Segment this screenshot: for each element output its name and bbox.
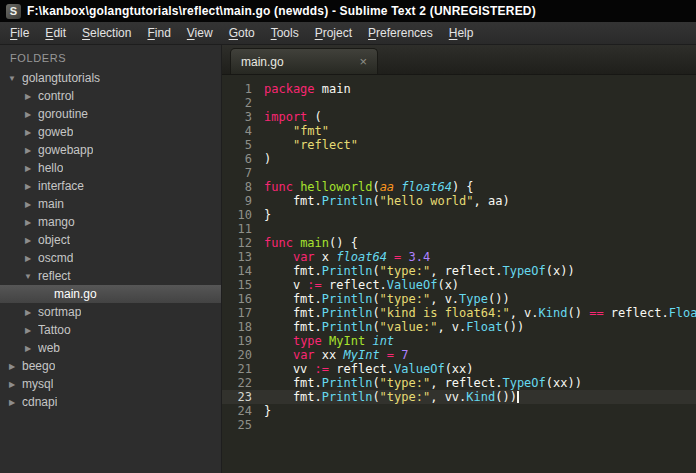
code-line-13[interactable]: 13 var x float64 = 3.4: [222, 250, 696, 264]
sidebar-folder-mango[interactable]: ▶mango: [0, 213, 221, 231]
code-line-23[interactable]: 23 fmt.Println("type:", vv.Kind()): [222, 390, 696, 404]
window-title: F:\kanbox\golangtutorials\reflect\main.g…: [27, 4, 536, 18]
tab-main-go[interactable]: main.go ×: [230, 48, 378, 74]
code-text: fmt.Println("type:", vv.Kind()): [264, 390, 519, 404]
tree-item-label: reflect: [38, 269, 71, 283]
code-line-20[interactable]: 20 var xx MyInt = 7: [222, 348, 696, 362]
code-area[interactable]: 1package main23import (4 "fmt"5 "reflect…: [222, 75, 696, 473]
code-line-9[interactable]: 9 fmt.Println("hello world", aa): [222, 194, 696, 208]
text-cursor: [517, 391, 519, 403]
sidebar-folder-golangtutorials[interactable]: ▼golangtutorials: [0, 69, 221, 87]
chevron-right-icon[interactable]: ▶: [22, 182, 34, 191]
chevron-right-icon[interactable]: ▶: [22, 164, 34, 173]
line-number: 17: [222, 306, 264, 320]
sidebar-folder-tattoo[interactable]: ▶Tattoo: [0, 321, 221, 339]
code-line-10[interactable]: 10}: [222, 208, 696, 222]
sidebar-folder-web[interactable]: ▶web: [0, 339, 221, 357]
chevron-right-icon[interactable]: ▶: [22, 110, 34, 119]
code-line-18[interactable]: 18 fmt.Println("value:", v.Float()): [222, 320, 696, 334]
code-line-24[interactable]: 24}: [222, 404, 696, 418]
menu-item-help[interactable]: Help: [441, 23, 482, 43]
sidebar-folder-goweb[interactable]: ▶goweb: [0, 123, 221, 141]
line-number: 25: [222, 418, 264, 432]
code-text: fmt.Println("type:", v.Type()): [264, 292, 510, 306]
chevron-right-icon[interactable]: ▶: [6, 362, 18, 371]
close-icon[interactable]: ×: [359, 55, 367, 68]
code-line-25[interactable]: 25: [222, 418, 696, 432]
code-line-16[interactable]: 16 fmt.Println("type:", v.Type()): [222, 292, 696, 306]
sidebar-folder-control[interactable]: ▶control: [0, 87, 221, 105]
sidebar-folder-oscmd[interactable]: ▶oscmd: [0, 249, 221, 267]
chevron-right-icon[interactable]: ▶: [6, 380, 18, 389]
chevron-right-icon[interactable]: ▶: [22, 128, 34, 137]
code-line-22[interactable]: 22 fmt.Println("type:", reflect.TypeOf(x…: [222, 376, 696, 390]
code-line-1[interactable]: 1package main: [222, 82, 696, 96]
menu-item-selection[interactable]: Selection: [74, 23, 139, 43]
code-line-2[interactable]: 2: [222, 96, 696, 110]
chevron-down-icon[interactable]: ▼: [6, 74, 18, 83]
sidebar-folder-hello[interactable]: ▶hello: [0, 159, 221, 177]
editor-column: main.go × 1package main23import (4 "fmt"…: [222, 45, 696, 473]
sidebar-folder-cdnapi[interactable]: ▶cdnapi: [0, 393, 221, 411]
sidebar: FOLDERS ▼golangtutorials▶control▶gorouti…: [0, 45, 222, 473]
chevron-right-icon[interactable]: ▶: [22, 308, 34, 317]
code-line-8[interactable]: 8func helloworld(aa float64) {: [222, 180, 696, 194]
menu-item-view[interactable]: View: [179, 23, 221, 43]
sidebar-folder-goroutine[interactable]: ▶goroutine: [0, 105, 221, 123]
sidebar-folder-main[interactable]: ▶main: [0, 195, 221, 213]
code-line-21[interactable]: 21 vv := reflect.ValueOf(xx): [222, 362, 696, 376]
menu-item-goto[interactable]: Goto: [221, 23, 263, 43]
title-bar: S F:\kanbox\golangtutorials\reflect\main…: [0, 0, 696, 22]
tree-item-label: sortmap: [38, 305, 81, 319]
chevron-right-icon[interactable]: ▶: [22, 326, 34, 335]
code-line-5[interactable]: 5 "reflect": [222, 138, 696, 152]
chevron-right-icon[interactable]: ▶: [22, 344, 34, 353]
line-number: 12: [222, 236, 264, 250]
chevron-right-icon[interactable]: ▶: [6, 398, 18, 407]
chevron-right-icon[interactable]: ▶: [22, 254, 34, 263]
menu-item-tools[interactable]: Tools: [263, 23, 307, 43]
sidebar-folder-mysql[interactable]: ▶mysql: [0, 375, 221, 393]
chevron-right-icon[interactable]: ▶: [22, 236, 34, 245]
menu-item-edit[interactable]: Edit: [37, 23, 74, 43]
code-line-14[interactable]: 14 fmt.Println("type:", reflect.TypeOf(x…: [222, 264, 696, 278]
chevron-right-icon[interactable]: ▶: [22, 146, 34, 155]
menu-item-find[interactable]: Find: [139, 23, 178, 43]
menu-item-preferences[interactable]: Preferences: [360, 23, 441, 43]
chevron-right-icon[interactable]: ▶: [22, 92, 34, 101]
tree-item-label: oscmd: [38, 251, 73, 265]
code-text: "reflect": [264, 138, 358, 152]
code-line-6[interactable]: 6): [222, 152, 696, 166]
tree-item-label: golangtutorials: [22, 71, 100, 85]
sidebar-folder-object[interactable]: ▶object: [0, 231, 221, 249]
sidebar-folder-beego[interactable]: ▶beego: [0, 357, 221, 375]
code-line-11[interactable]: 11: [222, 222, 696, 236]
tree-item-label: interface: [38, 179, 84, 193]
chevron-right-icon[interactable]: ▶: [22, 200, 34, 209]
line-number: 10: [222, 208, 264, 222]
code-text: var xx MyInt = 7: [264, 348, 409, 362]
tree-item-label: goroutine: [38, 107, 88, 121]
line-number: 14: [222, 264, 264, 278]
folders-header: FOLDERS: [0, 45, 221, 69]
code-line-4[interactable]: 4 "fmt": [222, 124, 696, 138]
code-text: "fmt": [264, 124, 329, 138]
chevron-right-icon[interactable]: ▶: [22, 218, 34, 227]
chevron-down-icon[interactable]: ▼: [22, 272, 34, 281]
sidebar-folder-reflect[interactable]: ▼reflect: [0, 267, 221, 285]
app-window: S F:\kanbox\golangtutorials\reflect\main…: [0, 0, 696, 473]
code-line-17[interactable]: 17 fmt.Println("kind is float64:", v.Kin…: [222, 306, 696, 320]
code-line-19[interactable]: 19 type MyInt int: [222, 334, 696, 348]
code-text: ): [264, 152, 271, 166]
code-line-15[interactable]: 15 v := reflect.ValueOf(x): [222, 278, 696, 292]
code-line-12[interactable]: 12func main() {: [222, 236, 696, 250]
menu-item-file[interactable]: File: [2, 23, 37, 43]
code-line-3[interactable]: 3import (: [222, 110, 696, 124]
code-text: }: [264, 404, 271, 418]
sidebar-folder-sortmap[interactable]: ▶sortmap: [0, 303, 221, 321]
sidebar-file-main.go[interactable]: main.go: [0, 285, 221, 303]
sidebar-folder-gowebapp[interactable]: ▶gowebapp: [0, 141, 221, 159]
menu-item-project[interactable]: Project: [307, 23, 360, 43]
code-line-7[interactable]: 7: [222, 166, 696, 180]
sidebar-folder-interface[interactable]: ▶interface: [0, 177, 221, 195]
